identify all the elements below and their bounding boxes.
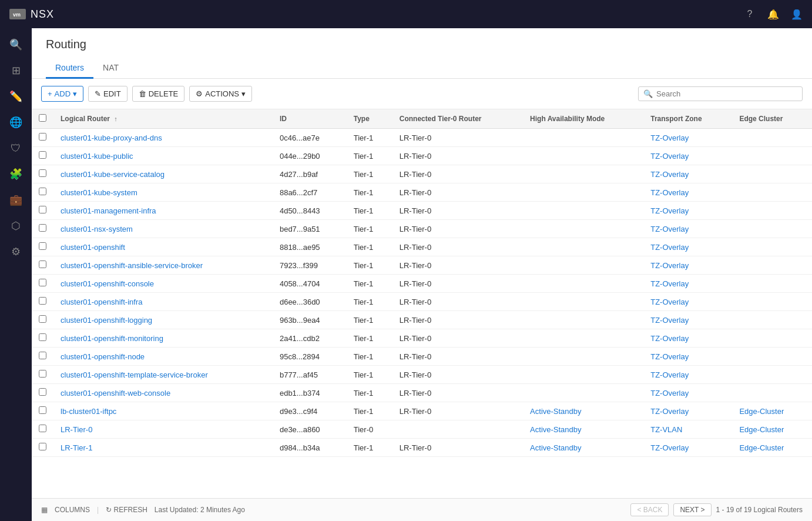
row-checkbox-cell[interactable] [32, 275, 53, 293]
row-checkbox[interactable] [39, 224, 46, 232]
router-link[interactable]: LR-Tier-1 [61, 443, 92, 452]
router-link[interactable]: cluster01-openshift-console [61, 279, 154, 288]
row-checkbox[interactable] [39, 388, 46, 396]
row-checkbox-cell[interactable] [32, 384, 53, 402]
sidebar-item-network[interactable]: ⬡ [4, 214, 28, 238]
transport-zone-link[interactable]: TZ-Overlay [650, 334, 689, 343]
ha-mode-link[interactable]: Active-Standby [530, 425, 581, 434]
router-link[interactable]: cluster01-openshift-monitoring [61, 334, 163, 343]
transport-zone-link[interactable]: TZ-Overlay [650, 206, 689, 215]
tab-nat[interactable]: NAT [93, 58, 128, 79]
sidebar-item-security[interactable]: 🛡 [4, 136, 28, 160]
row-checkbox-cell[interactable] [32, 202, 53, 220]
select-all-header[interactable] [32, 109, 53, 129]
row-checkbox[interactable] [39, 297, 46, 305]
transport-zone-link[interactable]: TZ-Overlay [650, 443, 689, 452]
row-checkbox-cell[interactable] [32, 402, 53, 420]
transport-zone-link[interactable]: TZ-Overlay [650, 133, 689, 142]
router-link[interactable]: cluster01-openshift-ansible-service-brok… [61, 261, 203, 270]
row-checkbox[interactable] [39, 133, 46, 141]
transport-zone-link[interactable]: TZ-VLAN [650, 425, 682, 434]
row-checkbox[interactable] [39, 315, 46, 323]
transport-zone-link[interactable]: TZ-Overlay [650, 298, 689, 306]
row-checkbox[interactable] [39, 260, 46, 268]
transport-zone-link[interactable]: TZ-Overlay [650, 152, 689, 161]
row-checkbox[interactable] [39, 188, 46, 195]
row-checkbox-cell[interactable] [32, 348, 53, 366]
edge-cluster-link[interactable]: Edge-Cluster [739, 407, 784, 416]
row-checkbox[interactable] [39, 425, 46, 432]
user-icon[interactable]: 👤 [791, 8, 803, 20]
search-box[interactable]: 🔍 [638, 86, 803, 101]
transport-zone-link[interactable]: TZ-Overlay [650, 370, 689, 379]
help-icon[interactable]: ? [744, 8, 756, 20]
row-checkbox-cell[interactable] [32, 238, 53, 256]
router-link[interactable]: LR-Tier-0 [61, 425, 92, 434]
router-link[interactable]: cluster01-openshift-node [61, 352, 145, 361]
edit-button[interactable]: ✎ EDIT [88, 86, 127, 102]
router-link[interactable]: cluster01-kube-system [61, 188, 137, 197]
row-checkbox[interactable] [39, 169, 46, 177]
row-checkbox-cell[interactable] [32, 256, 53, 275]
row-checkbox[interactable] [39, 333, 46, 341]
row-checkbox-cell[interactable] [32, 329, 53, 348]
row-checkbox[interactable] [39, 370, 46, 378]
ha-mode-link[interactable]: Active-Standby [530, 407, 581, 416]
edge-cluster-link[interactable]: Edge-Cluster [739, 443, 784, 452]
row-checkbox-cell[interactable] [32, 183, 53, 202]
add-button[interactable]: + ADD ▾ [41, 86, 83, 102]
transport-zone-link[interactable]: TZ-Overlay [650, 188, 689, 197]
col-id[interactable]: ID [273, 109, 347, 129]
router-link[interactable]: cluster01-kube-public [61, 152, 133, 161]
columns-label[interactable]: COLUMNS [55, 506, 90, 514]
transport-zone-link[interactable]: TZ-Overlay [650, 261, 689, 270]
sidebar-item-settings[interactable]: ⚙ [4, 240, 28, 263]
transport-zone-link[interactable]: TZ-Overlay [650, 316, 689, 325]
router-link[interactable]: cluster01-management-infra [61, 206, 156, 215]
delete-button[interactable]: 🗑 DELETE [132, 86, 185, 102]
col-connected-tier0[interactable]: Connected Tier-0 Router [392, 109, 523, 129]
transport-zone-link[interactable]: TZ-Overlay [650, 352, 689, 361]
col-edge-cluster[interactable]: Edge Cluster [732, 109, 812, 129]
sidebar-item-edit[interactable]: ✏️ [4, 85, 28, 108]
col-transport-zone[interactable]: Transport Zone [643, 109, 732, 129]
row-checkbox[interactable] [39, 242, 46, 250]
actions-button[interactable]: ⚙ ACTIONS ▾ [189, 86, 252, 102]
transport-zone-link[interactable]: TZ-Overlay [650, 225, 689, 233]
sidebar-item-search[interactable]: 🔍 [4, 33, 28, 56]
row-checkbox-cell[interactable] [32, 311, 53, 329]
transport-zone-link[interactable]: TZ-Overlay [650, 389, 689, 398]
router-link[interactable]: cluster01-kube-service-catalog [61, 170, 165, 179]
back-button[interactable]: < BACK [630, 503, 669, 516]
select-all-checkbox[interactable] [39, 114, 46, 122]
row-checkbox[interactable] [39, 279, 46, 286]
col-logical-router[interactable]: Logical Router ↑ [53, 109, 273, 129]
notifications-icon[interactable]: 🔔 [767, 8, 779, 20]
col-ha-mode[interactable]: High Availability Mode [523, 109, 643, 129]
row-checkbox[interactable] [39, 352, 46, 359]
row-checkbox-cell[interactable] [32, 129, 53, 147]
router-link[interactable]: cluster01-openshift-template-service-bro… [61, 370, 208, 379]
refresh-button[interactable]: ↻ REFRESH [106, 506, 147, 514]
transport-zone-link[interactable]: TZ-Overlay [650, 243, 689, 252]
row-checkbox[interactable] [39, 151, 46, 159]
transport-zone-link[interactable]: TZ-Overlay [650, 170, 689, 179]
router-link[interactable]: cluster01-openshift-web-console [61, 389, 170, 398]
row-checkbox-cell[interactable] [32, 293, 53, 311]
row-checkbox[interactable] [39, 406, 46, 414]
row-checkbox[interactable] [39, 206, 46, 213]
sidebar-item-dashboard[interactable]: ⊞ [4, 59, 28, 82]
tab-routers[interactable]: Routers [46, 58, 93, 79]
next-button[interactable]: NEXT > [673, 503, 711, 516]
transport-zone-link[interactable]: TZ-Overlay [650, 279, 689, 288]
sidebar-item-globe[interactable]: 🌐 [4, 111, 28, 134]
row-checkbox[interactable] [39, 443, 46, 450]
router-link[interactable]: cluster01-nsx-system [61, 225, 133, 233]
search-input[interactable] [656, 89, 797, 98]
row-checkbox-cell[interactable] [32, 220, 53, 238]
sidebar-item-inventory[interactable]: 🧩 [4, 162, 28, 186]
edge-cluster-link[interactable]: Edge-Cluster [739, 425, 784, 434]
row-checkbox-cell[interactable] [32, 147, 53, 165]
router-link[interactable]: cluster01-openshift [61, 243, 125, 252]
router-link[interactable]: cluster01-openshift-logging [61, 316, 152, 325]
